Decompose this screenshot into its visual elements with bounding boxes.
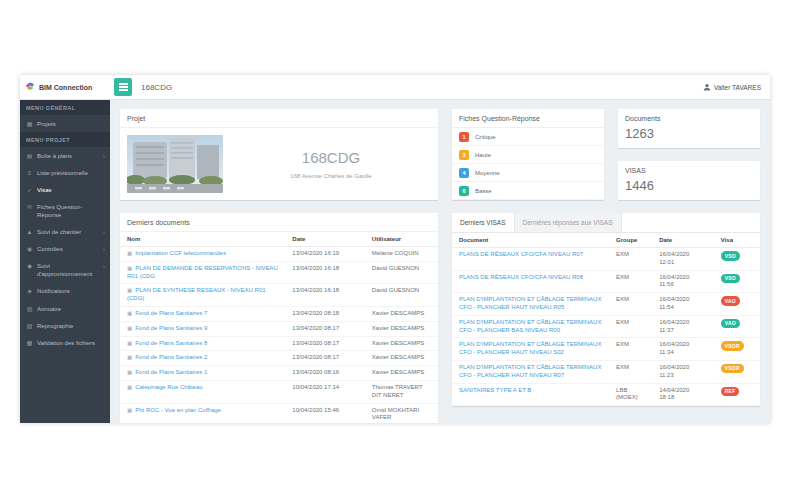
sidebar-item-label: Boîte à plans	[37, 152, 99, 160]
visa-row: PLANS DE RÉSEAUX CFO/CFA NIVEAU R08 EXM …	[452, 270, 760, 293]
menu-item-icon: ▦	[26, 120, 33, 128]
qr-priority-row[interactable]: 4 Moyenne	[452, 164, 604, 182]
visa-date: 16/04/202011:37	[652, 315, 714, 338]
user-icon	[703, 83, 711, 91]
sidebar-item[interactable]: ▥ Annuaire	[20, 300, 110, 317]
sidebar-item-label: Reprographie	[37, 322, 101, 330]
tab-dernieres-reponses[interactable]: Dernières réponses aux VISAS	[515, 213, 622, 232]
visa-status-badge: VSO	[721, 251, 740, 261]
chevron-right-icon: ›	[103, 262, 105, 270]
sidebar-item[interactable]: ▤ Boîte à plans ›	[20, 147, 110, 164]
visa-row: PLAN D'IMPLANTATION ET CÂBLAGE TERMINAUX…	[452, 315, 760, 338]
qr-priority-row[interactable]: 1 Critique	[452, 128, 604, 146]
sidebar-item[interactable]: ≡ Liste prévisionnelle	[20, 164, 110, 181]
visa-document-link[interactable]: SANITAIRES TYPE A ET B	[459, 387, 531, 393]
project-card: Projet	[120, 109, 438, 200]
sidebar-item-label: Projets	[37, 120, 101, 128]
sidebar-item[interactable]: ▲ Suivi de chantier ›	[20, 224, 110, 241]
sidebar-item[interactable]: ◆ Suivi d'approvisionnement ›	[20, 258, 110, 283]
document-user: Xavier DESCAMPS	[365, 306, 438, 321]
qr-card-title: Fiches Question-Réponse	[452, 109, 604, 128]
visa-document-link[interactable]: PLAN D'IMPLANTATION ET CÂBLAGE TERMINAUX…	[459, 296, 601, 310]
sidebar-item[interactable]: ▨ Reprographie	[20, 317, 110, 334]
document-link[interactable]: Fond de Plans Sanitaires 1	[135, 369, 207, 375]
derniers-documents-card: Derniers documents Nom Date Utilisateur	[120, 213, 438, 423]
document-link[interactable]: Fond de Plans Sanitaires 8	[135, 340, 207, 346]
brand[interactable]: BIM Connection	[20, 75, 110, 100]
visa-document-link[interactable]: PLANS DE RÉSEAUX CFO/CFA NIVEAU R07	[459, 251, 583, 257]
tab-derniers-visas[interactable]: Derniers VISAS	[452, 213, 515, 232]
visa-date: 16/04/202012:01	[652, 248, 714, 271]
qr-priority-label: Basse	[475, 188, 492, 194]
visa-status-badge: REF	[721, 387, 740, 397]
qr-count-badge: 3	[459, 150, 469, 160]
sidebar-item[interactable]: ✉ Fiches Question-Réponse	[20, 198, 110, 223]
visa-row: SANITAIRES TYPE A ET B LBB (MOEX) 14/04/…	[452, 383, 760, 406]
visa-groupe: LBB (MOEX)	[609, 383, 652, 406]
document-row: ▣Pht ROC - Vue en plan Coffrage 10/04/20…	[120, 403, 438, 423]
documents-count: 1263	[618, 124, 760, 148]
document-link[interactable]: PLAN DE DEMANDE DE RESERVATIONS - NIVEAU…	[127, 265, 278, 279]
menu-projet: ▤ Boîte à plans › ≡ Liste prévisionnelle…	[20, 147, 110, 351]
visa-groupe: EXM	[609, 338, 652, 361]
sidebar-item-label: Fiches Question-Réponse	[37, 203, 101, 219]
document-date: 13/04/2020 08:17	[285, 321, 365, 336]
qr-priority-row[interactable]: 6 Basse	[452, 182, 604, 200]
user-menu[interactable]: Valter TAVARES	[703, 83, 761, 91]
visa-document-link[interactable]: PLAN D'IMPLANTATION ET CÂBLAGE TERMINAUX…	[459, 341, 601, 355]
document-date: 10/04/2020 15:46	[285, 403, 365, 423]
sidebar-item[interactable]: ▩ Validation des fichiers	[20, 334, 110, 351]
document-link[interactable]: Calepinage Rue Château	[135, 384, 202, 390]
sidebar-toggle-button[interactable]	[114, 78, 132, 96]
document-row: ▣Fond de Plans Sanitaires 7 13/04/2020 0…	[120, 306, 438, 321]
sidebar-item-label: Validation des fichiers	[37, 339, 101, 347]
sidebar-item-label: Annuaire	[37, 305, 101, 313]
menu-item-icon: ✉	[26, 203, 33, 211]
col-header-date: Date	[285, 232, 365, 247]
visa-row: PLANS DE RÉSEAUX CFO/CFA NIVEAU R07 EXM …	[452, 248, 760, 271]
file-icon: ▣	[127, 287, 132, 293]
sidebar-item-label: Liste prévisionnelle	[37, 169, 101, 177]
sidebar-section-general: MENU GÉNÉRAL	[20, 100, 110, 115]
visa-date: 16/04/202011:34	[652, 338, 714, 361]
visa-groupe: EXM	[609, 315, 652, 338]
qr-count-badge: 4	[459, 168, 469, 178]
document-row: ▣Fond de Plans Sanitaires 9 13/04/2020 0…	[120, 321, 438, 336]
sidebar-item[interactable]: ◉ Contrôles ›	[20, 241, 110, 258]
visa-date: 14/04/202018:18	[652, 383, 714, 406]
visa-date: 16/04/202011:23	[652, 360, 714, 383]
col-header-groupe: Groupe	[609, 233, 652, 248]
document-date: 13/04/2020 16:19	[285, 247, 365, 262]
menu-item-icon: ◈	[26, 287, 33, 295]
menu-item-icon: ▲	[26, 228, 33, 236]
menu-item-icon: ▨	[26, 322, 33, 330]
visas-tabs: Derniers VISAS Dernières réponses aux VI…	[452, 213, 760, 233]
visa-document-link[interactable]: PLAN D'IMPLANTATION ET CÂBLAGE TERMINAUX…	[459, 319, 601, 333]
visa-row: PLAN D'IMPLANTATION ET CÂBLAGE TERMINAUX…	[452, 360, 760, 383]
chevron-right-icon: ›	[103, 245, 105, 253]
visa-document-link[interactable]: PLAN D'IMPLANTATION ET CÂBLAGE TERMINAUX…	[459, 364, 601, 378]
document-link[interactable]: Implantation CCF telecommandes	[135, 250, 226, 256]
document-link[interactable]: PLAN DE SYNTHESE RESEAUX - NIVEAU R01 (C…	[127, 287, 266, 301]
documents-stat-title: Documents	[618, 109, 760, 124]
sidebar-section-projet: MENU PROJET	[20, 132, 110, 147]
sidebar-item-label: Contrôles	[37, 245, 99, 253]
document-date: 13/04/2020 16:18	[285, 284, 365, 307]
sidebar-item[interactable]: ▦ Projets	[20, 115, 110, 132]
document-link[interactable]: Pht ROC - Vue en plan Coffrage	[135, 407, 221, 413]
document-row: ▣Calepinage Rue Château 10/04/2020 17:14…	[120, 380, 438, 403]
stats-column: Documents 1263 VISAS 1446	[618, 109, 760, 200]
document-link[interactable]: Fond de Plans Sanitaires 2	[135, 354, 207, 360]
visa-document-link[interactable]: PLANS DE RÉSEAUX CFO/CFA NIVEAU R08	[459, 274, 583, 280]
col-header-date: Date	[652, 233, 714, 248]
question-reponse-card: Fiches Question-Réponse 1 Critique 3 Hau…	[452, 109, 604, 200]
qr-priority-label: Critique	[475, 134, 496, 140]
document-link[interactable]: Fond de Plans Sanitaires 7	[135, 310, 207, 316]
sidebar-item[interactable]: ◈ Notifications	[20, 283, 110, 300]
user-name: Valter TAVARES	[714, 84, 761, 91]
file-icon: ▣	[127, 340, 132, 346]
sidebar-item[interactable]: ✓ Visas	[20, 181, 110, 198]
qr-priority-row[interactable]: 3 Haute	[452, 146, 604, 164]
document-link[interactable]: Fond de Plans Sanitaires 9	[135, 325, 207, 331]
project-photo	[127, 135, 223, 193]
